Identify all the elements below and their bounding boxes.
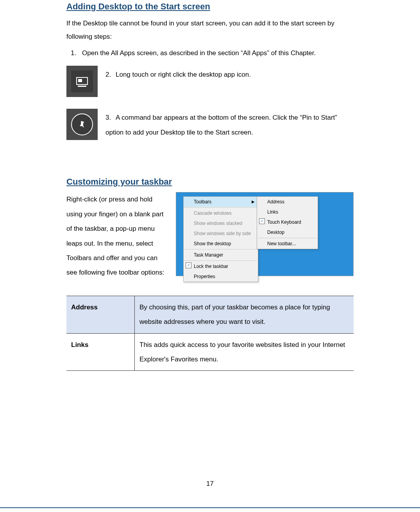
submenu-item-address[interactable]: Address xyxy=(257,197,318,207)
menu-item-toolbars[interactable]: Toolbars▶ xyxy=(184,197,258,207)
menu-separator xyxy=(258,238,317,238)
menu-item-show-windows-stacked[interactable]: Show windows stacked xyxy=(184,218,258,228)
svg-rect-2 xyxy=(78,86,86,87)
submenu-item-desktop[interactable]: Desktop xyxy=(257,227,318,237)
step-list: Open the All Apps screen, as described i… xyxy=(66,46,354,60)
intro-text: If the Desktop tile cannot be found in y… xyxy=(66,17,354,43)
page-number: 17 xyxy=(0,479,420,489)
checkbox-icon: ✓ xyxy=(186,262,191,268)
submenu-item-new-toolbar-[interactable]: New toolbar... xyxy=(257,239,318,249)
submenu-item-touch-keyboard[interactable]: Touch Keyboard✓ xyxy=(257,217,318,227)
menu-item-task-manager[interactable]: Task Manager xyxy=(184,250,258,260)
svg-rect-1 xyxy=(78,79,82,82)
step-2-text: 2.Long touch or right click the desktop … xyxy=(105,66,354,82)
submenu-item-links[interactable]: Links xyxy=(257,207,318,217)
desktop-app-icon xyxy=(66,66,98,97)
table-term: Address xyxy=(66,296,135,333)
menu-item-cascade-windows[interactable]: Cascade windows xyxy=(184,208,258,218)
menu-item-show-the-desktop[interactable]: Show the desktop xyxy=(184,239,258,249)
context-menu-figure: Toolbars▶Cascade windowsShow windows sta… xyxy=(176,192,354,276)
table-row: LinksThis adds quick access to your favo… xyxy=(66,333,354,371)
context-menu-main: Toolbars▶Cascade windowsShow windows sta… xyxy=(183,196,258,282)
table-row: AddressBy choosing this, part of your ta… xyxy=(66,296,354,333)
menu-separator xyxy=(184,207,257,208)
toolbar-options-table: AddressBy choosing this, part of your ta… xyxy=(66,296,354,371)
submenu-arrow-icon: ▶ xyxy=(252,199,255,205)
table-definition: By choosing this, part of your taskbar b… xyxy=(135,296,354,333)
footer-divider xyxy=(0,507,420,508)
menu-separator xyxy=(184,260,257,261)
menu-item-properties[interactable]: Properties xyxy=(184,271,258,282)
menu-item-show-windows-side-by-side[interactable]: Show windows side by side xyxy=(184,228,258,239)
step-3-row: 3.A command bar appears at the bottom of… xyxy=(66,109,354,140)
step-1: Open the All Apps screen, as described i… xyxy=(78,46,354,60)
heading-customizing-taskbar: Customizing your taskbar xyxy=(66,175,354,188)
step-3-text: 3.A command bar appears at the bottom of… xyxy=(105,109,354,140)
heading-adding-desktop: Adding Desktop to the Start screen xyxy=(66,0,354,13)
menu-separator xyxy=(184,249,257,250)
context-menu-submenu: AddressLinksTouch Keyboard✓DesktopNew to… xyxy=(257,196,318,249)
pin-icon xyxy=(66,109,98,140)
step-2-row: 2.Long touch or right click the desktop … xyxy=(66,66,354,97)
table-term: Links xyxy=(66,333,135,371)
table-definition: This adds quick access to your favorite … xyxy=(135,333,354,371)
checkbox-icon: ✓ xyxy=(259,218,265,224)
menu-item-lock-the-taskbar[interactable]: Lock the taskbar✓ xyxy=(184,261,258,271)
taskbar-intro-text: Right-click (or press and hold using you… xyxy=(66,192,168,280)
